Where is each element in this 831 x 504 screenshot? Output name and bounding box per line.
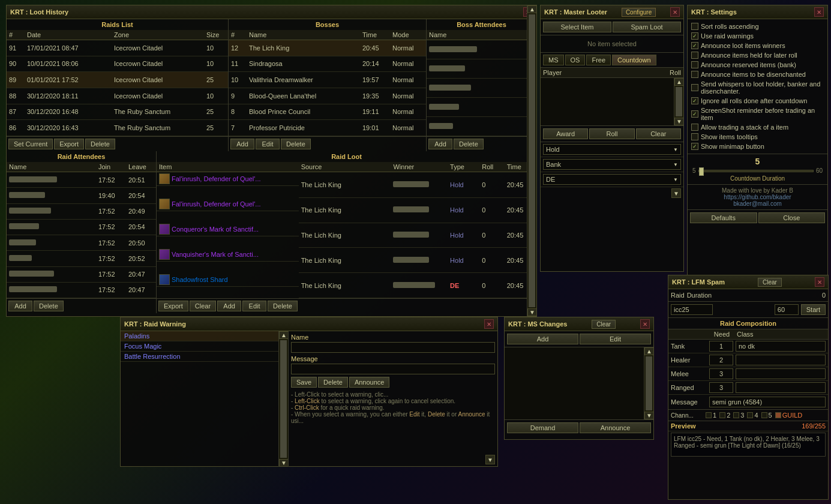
channel-4-checkbox[interactable]: [747, 412, 753, 418]
raids-col-size[interactable]: Size: [204, 30, 228, 40]
announce-warning-btn[interactable]: Announce: [349, 377, 390, 388]
lfm-start-btn[interactable]: Start: [801, 304, 826, 315]
ignore-rolls-checkbox[interactable]: [691, 97, 698, 104]
spam-loot-btn[interactable]: Spam Loot: [613, 22, 681, 32]
bosses-edit-btn[interactable]: Edit: [256, 139, 280, 149]
warning-battle-res[interactable]: Battle Resurrection 3: [121, 352, 288, 362]
ms-changes-edit-btn[interactable]: Edit: [580, 334, 651, 344]
settings-close[interactable]: ✕: [814, 7, 824, 17]
ms-changes-close[interactable]: ✕: [640, 319, 650, 329]
boss-col-mode[interactable]: Mode: [390, 30, 426, 40]
boss-row[interactable]: 11Sindragosa20:14Normal: [229, 56, 426, 72]
raid-loot-scrollbar[interactable]: ▲ ▼: [527, 162, 536, 298]
loot-col-type[interactable]: Type: [448, 162, 479, 172]
whispers-checkbox[interactable]: [691, 84, 698, 91]
loot-col-item[interactable]: Item: [157, 162, 299, 172]
boss-row[interactable]: 12The Lich King20:45Normal: [229, 40, 426, 56]
message-input[interactable]: [291, 364, 495, 374]
tab-ms[interactable]: MS: [543, 55, 564, 65]
boss-col-name[interactable]: Name: [247, 30, 360, 40]
bosses-delete-btn[interactable]: Delete: [281, 139, 311, 149]
bank-dropdown[interactable]: Bank ▼: [543, 159, 681, 170]
boss-row[interactable]: 10Valithria Dreamwalker19:57Normal: [229, 72, 426, 88]
raid-row[interactable]: 8901/01/2021 17:52Icecrown Citadel25: [7, 72, 228, 88]
raid-row[interactable]: 8730/12/2020 16:48The Ruby Sanctum25: [7, 104, 228, 120]
raids-col-zone[interactable]: Zone: [112, 30, 204, 40]
demand-btn[interactable]: Demand: [507, 422, 578, 433]
tooltips-checkbox[interactable]: [691, 133, 698, 140]
raid-att-delete-btn[interactable]: Delete: [34, 301, 64, 311]
raid-row[interactable]: 8830/12/2020 18:11Icecrown Citadel10: [7, 88, 228, 104]
announce-held-checkbox[interactable]: [691, 52, 698, 59]
channel-3-checkbox[interactable]: [733, 412, 739, 418]
lfm-message-input[interactable]: [709, 397, 826, 407]
ml-scroll-thumb[interactable]: [676, 87, 682, 116]
hold-dropdown[interactable]: Hold ▼: [543, 144, 681, 155]
raid-warning-close[interactable]: ✕: [484, 319, 494, 329]
ml-scroll-up[interactable]: ▲: [674, 78, 683, 86]
raid-att-add-btn[interactable]: Add: [8, 301, 32, 311]
loot-col-source[interactable]: Source: [299, 162, 391, 172]
loot-export-btn[interactable]: Export: [158, 301, 188, 311]
melee-class-input[interactable]: [736, 368, 826, 379]
tab-countdown[interactable]: Countdown: [612, 55, 656, 65]
ml-scroll-down[interactable]: ▼: [674, 118, 683, 125]
configure-btn[interactable]: Configure: [622, 8, 656, 17]
settings-close-btn[interactable]: Close: [758, 212, 826, 223]
boss-att-add-btn[interactable]: Add: [428, 139, 452, 149]
warnings-scroll-up[interactable]: ▲: [279, 331, 288, 339]
tank-need-input[interactable]: [709, 341, 733, 352]
lfm-clear-btn[interactable]: Clear: [758, 278, 782, 287]
raids-export-btn[interactable]: Export: [54, 139, 84, 149]
raids-col-date[interactable]: Date: [25, 30, 112, 40]
raids-delete-btn[interactable]: Delete: [85, 139, 115, 149]
tab-free[interactable]: Free: [586, 55, 611, 65]
roll-btn[interactable]: Roll: [589, 128, 634, 139]
tank-class-input[interactable]: [736, 341, 826, 352]
tab-os[interactable]: OS: [565, 55, 586, 65]
announce-winners-checkbox[interactable]: [691, 42, 698, 49]
loot-add-btn[interactable]: Add: [217, 301, 241, 311]
loot-edit-btn[interactable]: Edit: [242, 301, 266, 311]
raid-row[interactable]: 8630/12/2020 16:43The Ruby Sanctum25: [7, 120, 228, 136]
lfm-raid-input[interactable]: [671, 304, 713, 315]
ms-changes-clear-btn[interactable]: Clear: [592, 320, 616, 329]
raid-att-col-join[interactable]: Join: [96, 162, 126, 172]
ranged-class-input[interactable]: [736, 382, 826, 393]
loot-col-winner[interactable]: Winner: [391, 162, 448, 172]
raid-loot-scroll-thumb[interactable]: [529, 162, 535, 298]
ms-scroll-thumb[interactable]: [646, 356, 652, 410]
countdown-slider-thumb[interactable]: [699, 167, 704, 176]
channel-1-checkbox[interactable]: [706, 412, 712, 418]
boss-row[interactable]: 7Professor Putricide19:01Normal: [229, 120, 426, 136]
healer-class-input[interactable]: [736, 355, 826, 365]
announce-de-checkbox[interactable]: [691, 71, 698, 78]
channel-guild-checkbox[interactable]: [775, 412, 781, 418]
boss-row[interactable]: 8Blood Prince Council19:11Normal: [229, 104, 426, 120]
ml-bottom-scroll[interactable]: ▼: [671, 188, 681, 198]
lfm-duration-input[interactable]: [775, 304, 799, 315]
ml-clear-btn[interactable]: Clear: [636, 128, 681, 139]
screenshot-checkbox[interactable]: [691, 110, 698, 118]
announce-reserved-checkbox[interactable]: [691, 61, 698, 68]
ms-changes-add-btn[interactable]: Add: [507, 334, 578, 344]
lfm-spam-close[interactable]: ✕: [815, 277, 824, 287]
ms-scroll-down[interactable]: ▼: [644, 412, 653, 419]
boss-att-col-name[interactable]: Name: [427, 30, 536, 40]
warning-help-scroll[interactable]: ▼: [485, 455, 495, 464]
delete-warning-btn[interactable]: Delete: [318, 377, 348, 388]
trading-stack-checkbox[interactable]: [691, 124, 698, 131]
raid-row[interactable]: 9117/01/2021 08:47Icecrown Citadel10: [7, 40, 228, 56]
warning-paladins[interactable]: Paladins 1: [121, 331, 288, 341]
de-dropdown[interactable]: DE ▼: [543, 174, 681, 185]
channel-5-checkbox[interactable]: [761, 412, 767, 418]
healer-need-input[interactable]: [709, 355, 733, 365]
warnings-scrollbar[interactable]: ▲ ▼: [278, 331, 288, 467]
loot-delete-btn[interactable]: Delete: [268, 301, 298, 311]
warnings-scroll-thumb[interactable]: [280, 340, 287, 458]
boss-att-delete-btn[interactable]: Delete: [454, 139, 484, 149]
master-looter-close[interactable]: ✕: [670, 7, 680, 17]
countdown-slider-track[interactable]: [698, 170, 814, 172]
warning-focus-magic[interactable]: Focus Magic 2: [121, 341, 288, 352]
sort-rolls-checkbox[interactable]: [691, 23, 698, 30]
